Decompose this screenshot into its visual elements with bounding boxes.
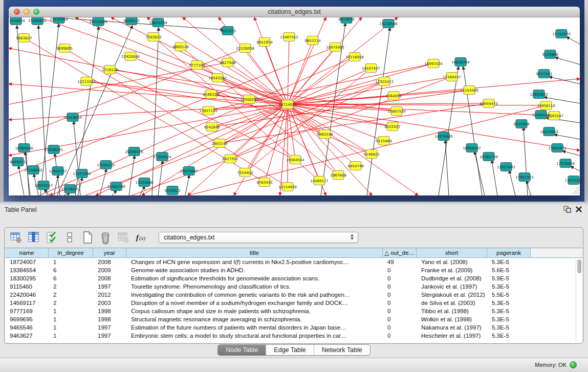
table-cell[interactable]: Tibbo et al. (1998) (417, 307, 487, 315)
table-cell[interactable]: 5.3E-5 (487, 332, 531, 340)
graph-node[interactable] (540, 101, 552, 110)
tab-network-table[interactable]: Network Table (314, 345, 370, 355)
graph-edge[interactable] (9, 47, 335, 176)
graph-node[interactable] (126, 17, 137, 25)
resize-grip-icon[interactable] (572, 187, 579, 194)
scrollbar-thumb[interactable] (577, 259, 581, 273)
column-header[interactable]: name (5, 248, 49, 258)
graph-node[interactable] (18, 144, 30, 152)
table-cell[interactable]: 1 (49, 307, 93, 315)
table-cell[interactable]: 0 (383, 291, 417, 299)
table-cell[interactable]: 6 (49, 266, 93, 274)
network-canvas[interactable]: 1872400722226058982750816543382818632813… (9, 17, 580, 195)
graph-node[interactable] (206, 123, 217, 132)
table-cell[interactable]: 0 (383, 266, 417, 274)
close-window-button[interactable] (14, 9, 20, 15)
table-cell[interactable]: Changes of HCN gene expression and I(f) … (126, 258, 383, 266)
graph-node[interactable] (538, 70, 550, 78)
graph-node[interactable] (239, 44, 251, 53)
graph-node[interactable] (111, 182, 122, 191)
memory-ok-indicator-icon[interactable] (570, 361, 577, 368)
graph-edge[interactable] (288, 104, 372, 195)
table-cell[interactable]: Genome-wide association studies in ADHD. (126, 266, 383, 274)
graph-node[interactable] (519, 173, 530, 182)
graph-node[interactable] (350, 162, 361, 170)
function-builder-icon[interactable]: f (x) (135, 231, 148, 244)
graph-node[interactable] (10, 17, 21, 25)
graph-node[interactable] (378, 137, 389, 145)
graph-node[interactable] (157, 152, 168, 161)
graph-edge[interactable] (129, 156, 135, 195)
table-cell[interactable]: 1998 (93, 315, 126, 323)
table-cell[interactable]: 9115460 (5, 282, 49, 291)
table-row[interactable]: 1938455462009Genome-wide association stu… (5, 266, 582, 274)
graph-node[interactable] (183, 167, 194, 176)
graph-node[interactable] (81, 77, 92, 86)
column-header[interactable]: △ out_de… (383, 248, 417, 258)
zoom-window-button[interactable] (33, 9, 39, 15)
graph-node[interactable] (388, 92, 399, 100)
graph-node[interactable] (18, 34, 30, 42)
graph-node[interactable] (222, 27, 233, 35)
graph-edge[interactable] (509, 170, 515, 195)
table-cell[interactable]: Wolkin et al. (1998) (417, 315, 487, 323)
graph-edge[interactable] (288, 77, 452, 104)
table-cell[interactable]: 2 (49, 299, 93, 307)
table-cell[interactable]: 1997 (93, 332, 126, 340)
table-cell[interactable]: Yano et al. (2008) (417, 258, 487, 266)
graph-node[interactable] (466, 144, 477, 152)
table-cell[interactable]: Disruption of a novel member of a sodium… (126, 299, 383, 307)
graph-node[interactable] (379, 77, 390, 86)
graph-edge[interactable] (555, 57, 580, 64)
graph-node[interactable] (100, 161, 112, 169)
column-header[interactable]: year (93, 248, 126, 258)
graph-edge[interactable] (571, 166, 580, 171)
graph-edge[interactable] (288, 103, 489, 104)
graph-edge[interactable] (288, 104, 325, 134)
graph-node[interactable] (212, 74, 223, 82)
table-cell[interactable]: Stergiakouli et al. (2012) (417, 291, 487, 299)
table-cell[interactable]: 1997 (93, 323, 126, 332)
table-cell[interactable]: 5.3E-5 (487, 299, 531, 307)
graph-node[interactable] (455, 58, 466, 67)
table-row[interactable]: 946362711997Embryonic stem cells: a mode… (5, 332, 582, 340)
table-cell[interactable]: 2003 (93, 299, 126, 307)
table-cell[interactable]: Nakamura et al. (1997) (417, 323, 487, 332)
table-cell[interactable]: 9463627 (5, 332, 49, 340)
graph-edge[interactable] (492, 160, 497, 195)
table-cell[interactable]: 5.3E-5 (487, 307, 531, 315)
graph-node[interactable] (545, 50, 556, 59)
table-cell[interactable]: Dudbridge et al. (2008) (417, 274, 487, 282)
graph-node[interactable] (214, 139, 225, 148)
table-cell[interactable]: 2 (49, 282, 93, 291)
graph-node[interactable] (222, 58, 233, 67)
graph-edge[interactable] (445, 140, 449, 195)
graph-node[interactable] (225, 155, 236, 163)
graph-node[interactable] (365, 64, 377, 73)
table-cell[interactable]: 0 (383, 299, 417, 307)
graph-node[interactable] (53, 17, 64, 24)
graph-node[interactable] (391, 107, 402, 116)
table-cell[interactable]: 0 (383, 315, 417, 323)
graph-node[interactable] (483, 152, 494, 161)
dropdown-stepper-icon[interactable] (351, 234, 354, 240)
graph-node[interactable] (282, 183, 293, 191)
graph-edge[interactable] (288, 104, 372, 154)
table-cell[interactable]: 2 (49, 291, 93, 299)
table-cell[interactable]: 5.5E-5 (487, 291, 531, 299)
graph-edge[interactable] (524, 127, 528, 195)
table-cell[interactable]: 5.3E-5 (487, 282, 531, 291)
graph-node[interactable] (259, 178, 270, 187)
select-columns-icon[interactable] (45, 231, 58, 244)
table-row[interactable]: 1456911722003Disruption of a novel membe… (5, 299, 582, 307)
table-cell[interactable]: 0 (383, 332, 417, 340)
table-cell[interactable]: 0 (383, 274, 417, 282)
column-header[interactable]: title (126, 248, 383, 258)
graph-node[interactable] (349, 53, 360, 61)
graph-node[interactable] (552, 144, 563, 152)
table-row[interactable]: 911546021997Tourette syndrome. Phenomeno… (5, 282, 582, 291)
table-cell[interactable]: 2008 (93, 274, 126, 282)
graph-node[interactable] (12, 158, 24, 166)
graph-node[interactable] (282, 100, 293, 109)
create-table-icon[interactable] (81, 231, 94, 244)
